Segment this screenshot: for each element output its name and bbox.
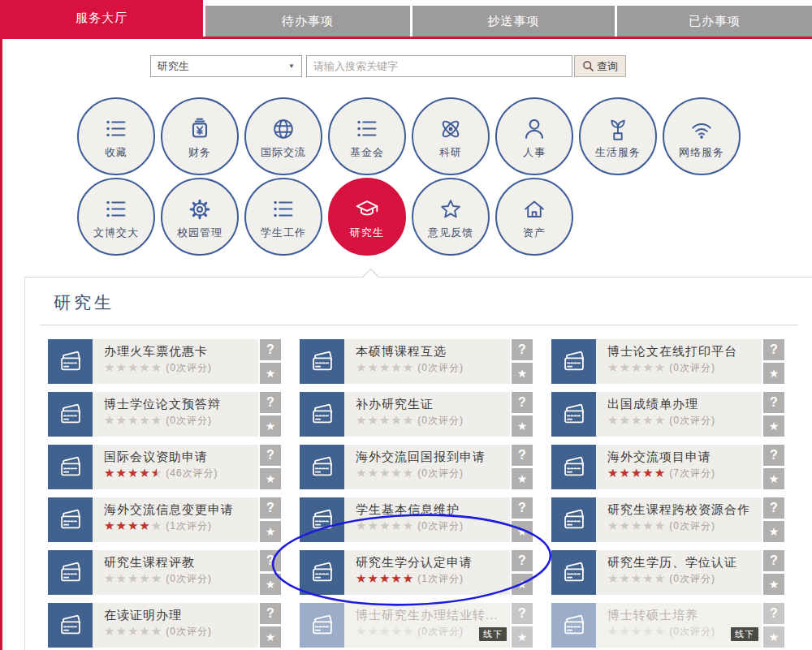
service-title: 本硕博课程互选 <box>356 344 510 359</box>
help-button[interactable]: ? <box>260 497 281 519</box>
service-card-icon <box>48 392 93 437</box>
service-title: 研究生学历、学位认证 <box>607 555 762 570</box>
service-card[interactable]: 博士学位论文预答辩 ★★★★★ (0次评分) ? ★ <box>48 392 281 437</box>
service-card[interactable]: 博士论文在线打印平台 ★★★★★ (0次评分) ? ★ <box>551 339 784 384</box>
service-card[interactable]: 补办研究生证 ★★★★★ (0次评分) ? ★ <box>300 392 533 437</box>
category-circle-person-5[interactable]: 人事 <box>495 97 573 175</box>
favorite-button[interactable]: ★ <box>260 415 281 437</box>
category-circle-globe-2[interactable]: 国际交流 <box>244 97 322 175</box>
tab-cc-items[interactable]: 抄送事项 <box>412 6 615 37</box>
category-circle-list-2[interactable]: 学生工作 <box>244 178 322 256</box>
star-rating: ★★★★★ <box>356 413 414 428</box>
favorite-button[interactable]: ★ <box>260 468 281 489</box>
service-card[interactable]: 出国成绩单办理 ★★★★★ (0次评分) ? ★ <box>551 392 784 437</box>
service-card-highlighted[interactable]: 研究生学分认定申请 ★★★★★ (1次评分) ? ★ <box>300 550 533 595</box>
tab-service-hall[interactable]: 服务大厅 <box>0 0 203 37</box>
service-portal-page: 服务大厅 待办事项 抄送事项 已办事项 研究生 ▼ 查询 收藏 <box>0 0 812 650</box>
section-title: 研究生 <box>54 293 114 312</box>
search-button[interactable]: 查询 <box>574 55 626 77</box>
service-card[interactable]: 研究生课程跨校资源合作 ★★★★★ (0次评分) ? ★ <box>551 497 784 542</box>
offline-badge: 线下 <box>479 627 507 641</box>
help-button[interactable]: ? <box>260 392 281 413</box>
service-card[interactable]: 海外交流信息变更申请 ★★★★★ (1次评分) ? ★ <box>48 497 281 542</box>
favorite-button[interactable]: ★ <box>763 521 784 542</box>
favorite-button[interactable]: ★ <box>512 415 533 437</box>
category-circle-gradcap-3[interactable]: 研究生 <box>328 178 406 256</box>
favorite-button[interactable]: ★ <box>763 415 784 437</box>
list-icon <box>270 194 297 223</box>
category-circle-list-3[interactable]: 基金会 <box>328 97 406 175</box>
favorite-button[interactable]: ★ <box>260 574 281 595</box>
service-title: 海外交流回国报到申请 <box>356 450 510 465</box>
category-circle-money-1[interactable]: 财务 <box>161 97 239 175</box>
help-button[interactable]: ? <box>763 550 784 571</box>
category-circle-list-0[interactable]: 收藏 <box>77 97 155 175</box>
rating-count: (0次评分) <box>417 519 464 533</box>
favorite-button[interactable]: ★ <box>260 521 281 542</box>
service-title: 补办研究生证 <box>356 397 510 412</box>
help-button[interactable]: ? <box>763 445 784 466</box>
help-button[interactable]: ? <box>763 339 784 360</box>
panel-header: 研究生 <box>40 278 798 325</box>
plant-icon <box>604 114 632 143</box>
tab-label: 待办事项 <box>282 14 334 29</box>
atom-icon <box>437 114 464 143</box>
star-rating: ★★★★★ <box>356 624 414 639</box>
favorite-button[interactable]: ★ <box>512 521 533 542</box>
service-card[interactable]: 本硕博课程互选 ★★★★★ (0次评分) ? ★ <box>300 339 533 384</box>
star-rating: ★★★★★ <box>104 360 162 375</box>
favorite-button[interactable]: ★ <box>763 574 784 595</box>
favorite-button[interactable]: ★ <box>512 363 533 384</box>
tab-done-items[interactable]: 已办事项 <box>617 6 812 37</box>
category-circle-gear-1[interactable]: 校园管理 <box>161 178 239 256</box>
service-rating: ★★★★★ (1次评分) <box>356 571 510 586</box>
service-card[interactable]: 学生基本信息维护 ★★★★★ (0次评分) ? ★ <box>300 497 533 542</box>
star-icon <box>437 194 464 223</box>
favorite-button[interactable]: ★ <box>260 626 281 648</box>
service-card[interactable]: 办理火车票优惠卡 ★★★★★ (0次评分) ? ★ <box>48 339 281 384</box>
service-title: 海外交流项目申请 <box>607 450 762 465</box>
wifi-icon <box>688 114 715 143</box>
service-card[interactable]: 海外交流项目申请 ★★★★★ (7次评分) ? ★ <box>551 445 784 489</box>
help-button[interactable]: ? <box>260 550 281 571</box>
service-card[interactable]: 海外交流回国报到申请 ★★★★★ (0次评分) ? ★ <box>300 445 533 489</box>
tab-todo-items[interactable]: 待办事项 <box>205 6 410 37</box>
service-card[interactable]: 博士研究生办理结业转... ★★★★★ (0次评分) 线下 ? ★ <box>300 603 533 648</box>
help-button[interactable]: ? <box>512 445 533 466</box>
category-circle-plant-6[interactable]: 生活服务 <box>579 97 657 175</box>
help-button[interactable]: ? <box>512 339 533 360</box>
help-button[interactable]: ? <box>512 392 533 413</box>
favorite-button[interactable]: ★ <box>512 468 533 489</box>
service-card[interactable]: 国际会议资助申请 ★★★★★★ (46次评分) ? ★ <box>48 445 281 489</box>
help-button[interactable]: ? <box>512 497 533 519</box>
help-button[interactable]: ? <box>260 339 281 360</box>
category-circle-wifi-7[interactable]: 网络服务 <box>663 97 741 175</box>
category-circle-star-4[interactable]: 意见反馈 <box>412 178 490 256</box>
service-rating: ★★★★★ (0次评分) <box>104 360 258 375</box>
category-circle-home-5[interactable]: 资产 <box>495 178 573 256</box>
service-card[interactable]: 在读证明办理 ★★★★★ (0次评分) ? ★ <box>48 603 281 648</box>
service-card[interactable]: 研究生课程评教 ★★★★★ (0次评分) ? ★ <box>48 550 281 595</box>
category-select[interactable]: 研究生 ▼ <box>150 55 302 77</box>
category-circle-atom-4[interactable]: 科研 <box>412 97 490 175</box>
favorite-button[interactable]: ★ <box>763 363 784 384</box>
search-input[interactable] <box>306 55 572 77</box>
favorite-button[interactable]: ★ <box>763 468 784 489</box>
favorite-button[interactable]: ★ <box>763 626 784 648</box>
help-button[interactable]: ? <box>763 392 784 413</box>
service-card[interactable]: 研究生学历、学位认证 ★★★★★ (0次评分) ? ★ <box>551 550 784 595</box>
help-button[interactable]: ? <box>260 603 281 624</box>
favorite-button[interactable]: ★ <box>260 363 281 384</box>
service-rating: ★★★★★ (1次评分) <box>104 519 258 533</box>
help-button[interactable]: ? <box>763 497 784 519</box>
service-card[interactable]: 博士转硕士培养 ★★★★★ (0次评分) 线下 ? ★ <box>551 603 784 648</box>
star-rating: ★★★★★ <box>104 571 162 586</box>
help-button[interactable]: ? <box>763 603 784 624</box>
help-button[interactable]: ? <box>512 550 533 571</box>
favorite-button[interactable]: ★ <box>512 574 533 595</box>
category-circle-list-0[interactable]: 文博交大 <box>77 178 155 256</box>
help-button[interactable]: ? <box>260 445 281 466</box>
help-button[interactable]: ? <box>512 603 533 624</box>
rating-count: (7次评分) <box>669 467 715 480</box>
favorite-button[interactable]: ★ <box>512 626 533 648</box>
